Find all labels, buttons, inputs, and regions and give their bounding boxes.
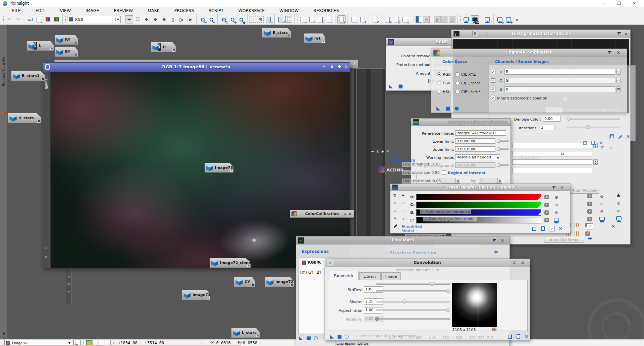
zoom-to-fit-icon[interactable]: ⛶ [134,15,142,23]
image-zoom-icon[interactable]: ✚ [338,64,341,69]
l-monitor-icon[interactable] [599,217,605,221]
edit-preview-icon[interactable]: ▯▸ [177,15,185,23]
selection-icon[interactable]: ▫ [250,16,256,23]
menu-view[interactable]: VIEW [58,7,73,14]
desktop-icon-image72[interactable]: Image72N [265,277,294,287]
close-icon[interactable]: ✕ [633,1,636,6]
collapse-icon[interactable]: ✠ [143,15,151,23]
fit-view-icon[interactable]: ⛶ [285,16,292,23]
menu-workspace[interactable]: WORKSPACE [236,7,267,14]
channel-r-field[interactable]: R [504,69,615,75]
bn-titlebar[interactable]: BackgroundNeutralization [411,119,511,126]
background-neutralization-window[interactable]: BackgroundNeutralization Reference image… [411,118,511,188]
scnr-titlebar[interactable]: SCNR [386,38,451,46]
image-close-icon[interactable]: ✕ [344,64,348,69]
stf-g-target-icon[interactable] [554,203,559,207]
stf-b-reset-icon[interactable] [544,210,549,215]
stf-zoomout-icon[interactable]: ⊖ [393,209,396,213]
ghost-close4-icon[interactable] [609,146,612,150]
from-preview-button[interactable]: From Preview [570,188,599,194]
process-reload-icon[interactable]: ↺ [392,15,400,23]
stf-g-bar[interactable] [416,202,541,208]
pixelmath-apply-icon[interactable] [306,336,311,341]
toolbar-grip[interactable] [3,16,4,23]
convolution-titlebar[interactable]: ✳ Convolution [325,259,530,267]
channel-g-field[interactable]: G [504,78,615,83]
aspect-knob[interactable] [446,308,450,312]
stf-boost-icon[interactable]: ☀ [393,216,397,221]
section-collapse-icon[interactable]: ▲▲ [560,152,564,155]
roi-top-field[interactable]: 0 [479,178,498,184]
histogram-field-1[interactable] [512,143,592,148]
convolution-doc-icon[interactable] [517,334,520,339]
image-pan-icon[interactable]: ≡ [45,255,48,259]
toolbar-grip4[interactable] [413,16,415,23]
desktop-icon-l-stars[interactable]: L_starsN [231,328,260,338]
desktop-icon-image73[interactable]: Image73N [182,290,210,300]
image-window-tabstrip[interactable]: Image86 ▫ ≡ [43,72,51,268]
cc-new-instance-icon[interactable] [436,106,440,111]
stf-close-icon[interactable] [560,186,564,190]
pan-mode-icon[interactable]: ✥ [151,15,159,23]
stf-l-bar[interactable] [416,217,541,223]
convolution-square-icon[interactable] [508,335,512,339]
auto-clip-setup-button[interactable]: Auto Clip Setup [544,237,584,243]
auto-clip-expand-icon[interactable]: ▼▼ [588,237,591,240]
b-reset-icon[interactable] [587,209,592,214]
zoom-in-icon[interactable]: + [199,15,207,23]
bn-lower-field[interactable]: 0.0000000 [455,138,495,144]
stf-square-icon[interactable] [532,227,536,231]
stf-move-icon[interactable]: ＋ [401,216,405,221]
show-mask-icon[interactable] [416,16,422,23]
stf-shrink-icon[interactable]: ⊟ [401,209,405,213]
bn-working-select[interactable]: Rescale as needed▼ [455,154,500,160]
view-id-icon[interactable]: ▭I [26,15,34,23]
stf-hand-icon[interactable]: ↔ [401,224,405,228]
browse-windows-icon[interactable]: ⌕ [337,15,345,23]
radio-hsi[interactable] [437,90,441,94]
channel-g-checkbox[interactable] [491,78,495,83]
iterations-knob[interactable] [586,125,590,129]
radio-ciexyz[interactable] [455,72,460,76]
histogram-mini-icon-2[interactable] [575,223,580,227]
radio-cielch[interactable] [455,90,460,94]
rotation-slider[interactable] [376,318,450,320]
radio-hsv[interactable] [437,81,441,85]
menu-image[interactable]: IMAGE [84,7,101,14]
denoise-color-field[interactable]: 0.00 [543,116,560,122]
cc-realtime-icon[interactable] [454,106,459,111]
stf-l-monitor-icon[interactable] [554,218,559,222]
zoom-optimal-icon[interactable]: ● [237,15,245,23]
screen2-close-icon[interactable]: ⊗ [504,15,513,23]
selection-add-icon[interactable]: ⊞ [257,16,264,23]
stf-g-reset-icon[interactable] [544,203,549,207]
image-minimize-icon[interactable]: − [322,64,326,69]
tab-library[interactable]: Library [359,272,381,280]
revert-image-icon[interactable]: ↶ [371,15,379,23]
undo-icon[interactable]: ↶ [5,15,13,23]
stf-window[interactable]: ScreenTransferFunction: Image86 ⧉➤ ⊕⊞ ⊖⊟… [390,184,570,233]
view-combobox-dropdown-icon[interactable]: ▼ [67,342,70,345]
mask-visibility-icon[interactable]: ○ [449,16,455,23]
menu-resources[interactable]: RESOURCES [311,7,341,14]
expression-editor-panel[interactable]: RY+GY+BY [298,267,324,334]
histogram-close-icon[interactable] [624,32,628,36]
bn-working-dropdown-icon[interactable]: ▼ [497,156,499,160]
desktop-icon-b-stars1[interactable]: B_stars1N [11,71,45,81]
kernel-preview[interactable] [452,283,497,327]
bn-reference-field[interactable]: Image85->Preview01 [455,130,506,136]
stf-b-target-icon[interactable] [554,210,559,215]
menu-edit[interactable]: EDIT [34,7,47,14]
invert-mask-icon[interactable]: ◐ [434,16,441,23]
channel-g-browse[interactable]: ▭ [616,78,621,83]
stf-reset-icon[interactable]: ⇄ [483,15,491,23]
convolution-window[interactable]: ✳ Convolution Parametric Library Image S… [325,259,530,340]
process-settings-icon[interactable]: ⚙ [383,15,391,23]
denoise-color-slider[interactable] [567,118,620,120]
pixelmath-pin-icon[interactable] [493,239,496,242]
select-mode-icon[interactable]: ➤ [186,15,194,23]
histogram-field-4[interactable] [512,168,592,173]
nxt-square-icon[interactable] [610,134,614,138]
view-selector-dropdown-icon[interactable]: ▼ [115,18,119,21]
stf-zoomin-icon[interactable]: ⊕ [393,201,396,205]
